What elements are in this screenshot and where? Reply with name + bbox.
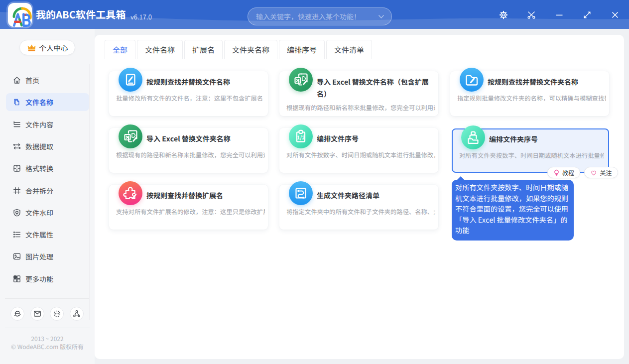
svg-text:1/2: 1/2 xyxy=(297,133,305,141)
